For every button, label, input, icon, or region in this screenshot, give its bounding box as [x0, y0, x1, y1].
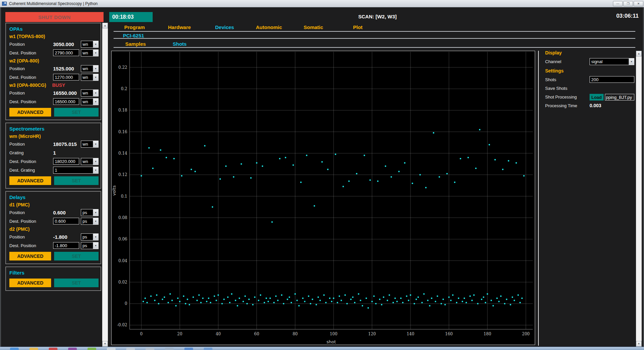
opas-section: OPAs w1 (TOPAS-800) Position 3050.000 wn… — [5, 23, 101, 120]
app-gray2-icon[interactable] — [126, 348, 135, 350]
chevron-down-icon[interactable]: ▼ — [93, 50, 98, 56]
app-gray1-icon[interactable] — [107, 348, 116, 350]
save-shots-label: Save Shots — [545, 86, 568, 91]
hardware-name: d2 (PMC) — [9, 226, 30, 232]
units-select[interactable]: wn▼ — [81, 158, 99, 165]
folder-icon[interactable] — [29, 348, 38, 350]
menu-somatic[interactable]: Somatic — [304, 24, 323, 30]
chevron-down-icon[interactable]: ▼ — [93, 167, 98, 173]
menu-plot[interactable]: Plot — [353, 24, 362, 30]
scatter-chart[interactable]: -0.0200.020.040.060.080.10.120.140.160.1… — [112, 51, 535, 345]
chevron-down-icon[interactable]: ▼ — [93, 209, 98, 216]
units-select[interactable]: wn▼ — [81, 74, 99, 81]
tab-samples[interactable]: Samples — [125, 41, 146, 47]
restore-button[interactable]: ❐ — [623, 1, 633, 6]
scroll-up-icon[interactable]: ▲ — [636, 51, 642, 56]
menu-devices[interactable]: Devices — [215, 24, 234, 30]
scroll-down-icon[interactable]: ▼ — [102, 341, 108, 347]
advanced-button[interactable]: ADVANCED — [9, 279, 51, 287]
units-value: ps — [83, 243, 87, 248]
scroll-down-icon[interactable]: ▼ — [636, 341, 642, 347]
editor-icon[interactable] — [68, 348, 77, 350]
load-button[interactable]: Load — [590, 94, 604, 101]
units-value: wn — [83, 159, 88, 164]
close-button[interactable]: ✕ — [634, 1, 643, 6]
channel-select[interactable]: signal ▼ — [590, 58, 634, 65]
menu-autonomic[interactable]: Autonomic — [256, 24, 282, 30]
advanced-button[interactable]: ADVANCED — [9, 108, 51, 117]
shot-processing-file[interactable]: pping_BJT.py — [605, 94, 634, 101]
dest-position-input[interactable]: 2790.000 — [53, 49, 79, 56]
chevron-down-icon[interactable]: ▼ — [93, 158, 98, 165]
units-select[interactable]: wn▼ — [81, 90, 99, 97]
units-select[interactable]: ps▼ — [81, 233, 99, 240]
tab-shots[interactable]: Shots — [173, 41, 187, 47]
set-button[interactable]: SET — [54, 176, 99, 185]
chevron-down-icon[interactable]: ▼ — [93, 242, 98, 249]
svg-text:200: 200 — [522, 332, 530, 336]
shutdown-button[interactable]: SHUT DOWN — [5, 12, 104, 22]
dest-position-input[interactable]: 18020.000 — [53, 158, 79, 165]
python-icon[interactable] — [184, 348, 193, 350]
units-select[interactable]: ps▼ — [81, 218, 99, 225]
units-select[interactable]: wn▼ — [81, 98, 99, 105]
advanced-button[interactable]: ADVANCED — [9, 176, 51, 185]
chevron-down-icon[interactable]: ▼ — [93, 234, 98, 240]
scroll-up-icon[interactable]: ▲ — [102, 23, 108, 28]
svg-text:0.2: 0.2 — [121, 86, 127, 91]
shots-plot[interactable]: -0.0200.020.040.060.080.10.120.140.160.1… — [111, 51, 535, 345]
svg-text:0.22: 0.22 — [118, 65, 127, 70]
dest-position-row: Dest. Position 16500.000 wn▼ — [9, 97, 99, 106]
dest-position-input[interactable]: 16500.000 — [53, 98, 79, 105]
sidebar-scrollbar[interactable]: ▲ ▼ — [102, 23, 108, 347]
right-panel-scrollbar[interactable]: ▲ ▼ — [636, 51, 642, 347]
hardware-sidebar: OPAs w1 (TOPAS-800) Position 3050.000 wn… — [5, 23, 101, 293]
menu-hardware[interactable]: Hardware — [168, 24, 191, 30]
units-select[interactable]: ps▼ — [81, 242, 99, 249]
chevron-down-icon[interactable]: ▼ — [93, 99, 98, 105]
shots-input[interactable]: 200 — [590, 76, 634, 83]
units-select[interactable]: wn▼ — [81, 41, 99, 48]
chevron-down-icon[interactable]: ▼ — [93, 218, 98, 224]
chevron-down-icon[interactable]: ▼ — [93, 141, 98, 147]
dest-position-input[interactable]: -1.800 — [53, 242, 79, 249]
row-label: Position — [9, 234, 53, 239]
units-select[interactable]: wn▼ — [81, 49, 99, 56]
dest-grating-select[interactable]: 1▼ — [53, 167, 99, 174]
position-row: Position 0.600 ps▼ — [9, 208, 99, 217]
dest-position-input[interactable]: 1270.000 — [53, 74, 79, 80]
units-select[interactable]: ps▼ — [81, 209, 99, 216]
position-value: 3050.000 — [53, 41, 79, 47]
svg-text:0.16: 0.16 — [118, 130, 127, 134]
dest-position-input[interactable]: 0.600 — [53, 218, 79, 224]
chevron-down-icon[interactable]: ▼ — [93, 41, 98, 47]
separator-line — [114, 47, 635, 48]
app-green-icon[interactable] — [88, 348, 96, 350]
position-value: 0.600 — [53, 210, 79, 215]
device-tab-pci6251[interactable]: PCI-6251 — [123, 33, 144, 38]
chevron-down-icon[interactable]: ▼ — [629, 58, 634, 65]
chevron-down-icon[interactable]: ▼ — [93, 65, 98, 72]
set-button[interactable]: SET — [54, 279, 99, 287]
menu-program[interactable]: Program — [124, 24, 145, 30]
browser-icon[interactable] — [10, 348, 19, 350]
position-row: Position 3050.000 wn▼ — [9, 40, 99, 48]
chevron-down-icon[interactable]: ▼ — [93, 74, 98, 80]
svg-text:160: 160 — [445, 332, 453, 336]
windows-taskbar[interactable] — [0, 347, 644, 350]
set-button[interactable]: SET — [54, 108, 99, 117]
terminal-icon[interactable] — [165, 348, 174, 350]
chevron-down-icon[interactable]: ▼ — [93, 90, 98, 96]
app-gray3-icon[interactable] — [146, 348, 154, 350]
x-axis-label: shot — [326, 339, 336, 344]
app-window: Coherent Multidimensional Spectroscopy |… — [0, 0, 644, 350]
units-select[interactable]: wn▼ — [81, 141, 99, 148]
panel-splitter[interactable] — [538, 51, 539, 346]
set-button[interactable]: SET — [54, 252, 99, 260]
row-label: Dest. Position — [9, 99, 53, 104]
minimize-button[interactable]: — — [613, 1, 623, 6]
media-icon[interactable] — [49, 348, 57, 350]
explorer-icon[interactable] — [204, 348, 212, 350]
units-select[interactable]: wn▼ — [81, 65, 99, 72]
advanced-button[interactable]: ADVANCED — [9, 252, 51, 260]
